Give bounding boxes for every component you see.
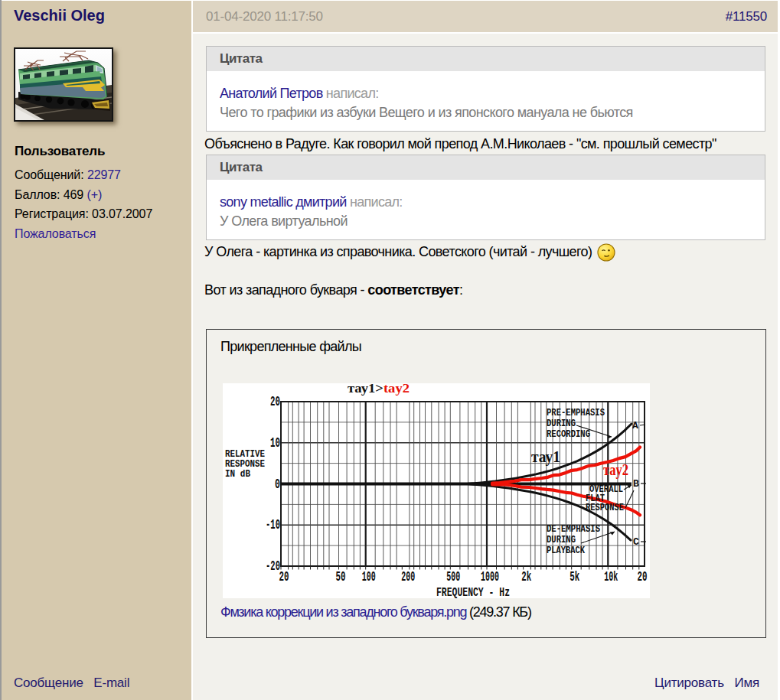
svg-text:PLAYBACK: PLAYBACK (547, 545, 585, 556)
svg-text:100: 100 (362, 568, 376, 585)
svg-text:DURING: DURING (547, 418, 576, 429)
svg-text:10k: 10k (604, 568, 618, 585)
svg-text:5k: 5k (569, 568, 579, 585)
svg-text:C: C (633, 536, 639, 548)
svg-text:DURING: DURING (547, 535, 576, 545)
svg-text:DE-EMPHASIS: DE-EMPHASIS (547, 524, 600, 535)
svg-text:20: 20 (270, 393, 280, 410)
svg-text:10: 10 (270, 435, 280, 451)
svg-text:0: 0 (275, 476, 280, 493)
svg-text:тaу2: тaу2 (603, 461, 628, 479)
svg-text:2k: 2k (521, 568, 531, 585)
svg-text:IN dB: IN dB (225, 468, 250, 480)
svg-text:B: B (633, 478, 639, 490)
svg-text:тау1>tay2: тау1>tay2 (348, 383, 410, 396)
svg-text:RECORDING: RECORDING (547, 429, 590, 440)
svg-text:тау1: тау1 (531, 448, 560, 466)
svg-text:500: 500 (446, 568, 460, 585)
svg-text:-20: -20 (266, 558, 280, 575)
svg-text:200: 200 (401, 568, 415, 585)
svg-text:RESPONSE: RESPONSE (586, 503, 624, 513)
svg-text:20: 20 (638, 568, 648, 585)
svg-text:FREQUENCY - Hz: FREQUENCY - Hz (436, 586, 510, 598)
svg-text:1000: 1000 (481, 568, 499, 585)
svg-text:50: 50 (336, 568, 346, 585)
svg-text:-10: -10 (266, 516, 280, 533)
svg-text:PRE-EMPHASIS: PRE-EMPHASIS (547, 408, 605, 418)
svg-text:20: 20 (279, 568, 289, 585)
svg-text:A: A (632, 420, 638, 431)
